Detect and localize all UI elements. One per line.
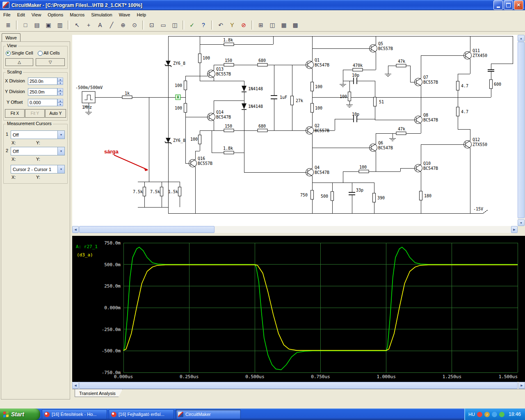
split-view-button[interactable]: ◫ [169, 20, 180, 30]
new-button[interactable]: □ [20, 20, 31, 30]
hscroll-thumb[interactable] [79, 226, 215, 233]
cursor1-label: 1 [6, 132, 8, 137]
probe-button[interactable]: Y [227, 20, 237, 30]
title-bar[interactable]: CircuitMaker - [C:\Program Files\...\HTB… [0, 0, 525, 10]
wave-dual-button[interactable]: ◫ [267, 20, 278, 30]
volume-icon[interactable]: ♪ [484, 412, 490, 417]
close-button[interactable]: ✕ [514, 0, 523, 10]
hscroll-thumb[interactable] [79, 382, 518, 389]
component-label: Q8 [423, 113, 428, 117]
new-icon: □ [24, 22, 27, 28]
scroll-up-arrow-icon[interactable]: ▲ [518, 35, 525, 41]
vscroll-thumb[interactable] [518, 42, 525, 218]
schematic-canvas[interactable]: 1.8k100150680Q5BC557BQ1BC547BQ11ZTX450ZY… [72, 35, 518, 226]
spin-up-icon[interactable]: ▲ [57, 88, 63, 92]
cursor2-select[interactable]: Off ▼ [11, 147, 65, 155]
menu-view[interactable]: View [28, 11, 45, 18]
scaling-group-label: Scaling [6, 69, 23, 74]
all-cells-radio[interactable] [38, 51, 43, 56]
run-check-button[interactable]: ✓ [187, 20, 197, 30]
sheet-button[interactable]: ▭ [158, 20, 169, 30]
wave-quad-button[interactable]: ▦ [278, 20, 289, 30]
component-label: 4.7 [461, 84, 468, 88]
menu-edit[interactable]: Edit [14, 11, 28, 18]
schematic-vscrollbar[interactable]: ▲ ▼ [518, 35, 525, 226]
reset-button[interactable]: ↶ [215, 20, 226, 30]
component-label: 1N4148 [248, 104, 263, 109]
wire-button[interactable]: + [83, 20, 94, 30]
single-cell-radio[interactable] [6, 51, 11, 56]
cursor-button[interactable]: ↖ [72, 20, 82, 30]
scroll-right-arrow-icon[interactable]: ▶ [511, 226, 518, 233]
fit-x-button[interactable]: Fit X [5, 109, 25, 118]
scroll-right-arrow-icon[interactable]: ▶ [518, 382, 525, 389]
zoom-in-button[interactable]: ⊕ [118, 20, 128, 30]
menu-options[interactable]: Options [44, 11, 66, 18]
component-label: 1N4148 [248, 87, 263, 91]
scroll-down-button[interactable]: ▽ [36, 58, 65, 66]
y-division-input[interactable] [28, 88, 57, 96]
cursor-diff-select[interactable]: Cursor 2 - Cursor 1 ▼ [11, 165, 65, 173]
taskbar-item-headphone-amp[interactable]: [16] Fejhallgató erősí... [109, 409, 174, 419]
delete-button[interactable]: ╱ [106, 20, 117, 30]
auto-y-button[interactable]: Auto Y [45, 109, 66, 118]
menu-macros[interactable]: Macros [66, 11, 88, 18]
waveform-canvas[interactable]: A: r27_1 (d3_a) 0.000us0.250us0.500us0.7… [72, 236, 525, 382]
menu-simulation[interactable]: Simulation [88, 11, 115, 18]
minimize-button[interactable] [493, 0, 503, 10]
zoom-window-button[interactable]: ⊡ [146, 20, 157, 30]
maximize-icon [506, 3, 511, 7]
spin-down-icon[interactable]: ▼ [57, 81, 63, 85]
component-label: BC547B [423, 118, 438, 122]
component-label: Q11 [472, 48, 480, 53]
stop-button[interactable]: ⊘ [238, 20, 249, 30]
waveform-hscrollbar[interactable]: ◀ ▶ [72, 382, 525, 389]
spin-down-icon[interactable]: ▼ [57, 103, 63, 106]
menu-bar: File Edit View Options Macros Simulation… [0, 10, 525, 19]
help-button[interactable]: ? [198, 20, 209, 30]
chevron-down-icon[interactable]: ▼ [57, 131, 64, 139]
menu-file[interactable]: File [0, 11, 14, 18]
network-icon[interactable] [492, 412, 497, 417]
component-label: 750 [300, 193, 308, 197]
taskbar-item-notifications[interactable]: [16] Értesítések - Ho... [42, 409, 107, 419]
fit-y-button[interactable]: Fit Y [25, 109, 45, 118]
security-icon[interactable] [477, 412, 482, 417]
clock: 18:46 [509, 411, 521, 417]
component-label: ZY6_8 [173, 138, 185, 143]
language-indicator[interactable]: HU [468, 412, 475, 417]
chevron-down-icon[interactable]: ▼ [57, 165, 64, 173]
chevron-down-icon[interactable]: ▼ [57, 147, 64, 155]
tab-wave[interactable]: Wave [2, 33, 21, 42]
y-division-spinner[interactable]: ▲▼ [57, 88, 63, 96]
print-button[interactable]: ▥ [55, 20, 65, 30]
scroll-left-arrow-icon[interactable]: ◀ [72, 382, 79, 389]
scroll-down-arrow-icon[interactable]: ▼ [518, 219, 525, 226]
cursor1-select[interactable]: Off ▼ [11, 130, 65, 139]
start-button[interactable]: Start [0, 409, 40, 420]
wave-grid-button[interactable]: ▩ [290, 20, 301, 30]
schematic-hscrollbar[interactable]: ◀ ▶ [72, 226, 518, 233]
scroll-up-button[interactable]: △ [5, 58, 33, 66]
wave-single-button[interactable]: ⊞ [256, 20, 266, 30]
menu-help[interactable]: Help [133, 11, 149, 18]
component-label: BC547B [315, 63, 329, 67]
maximize-button[interactable] [504, 0, 513, 10]
messenger-icon[interactable] [499, 412, 504, 417]
tab-transient-analysis[interactable]: Transient Analysis [75, 389, 123, 397]
y-offset-input[interactable] [28, 99, 57, 106]
spin-up-icon[interactable]: ▲ [57, 99, 63, 103]
y-offset-spinner[interactable]: ▲▼ [57, 99, 63, 106]
taskbar-item-circuitmaker[interactable]: CircuitMaker [176, 409, 241, 419]
x-division-input[interactable] [28, 78, 57, 85]
spin-up-icon[interactable]: ▲ [57, 78, 63, 81]
zoom-button[interactable]: ⊙ [129, 20, 140, 30]
scroll-left-arrow-icon[interactable]: ◀ [72, 226, 79, 233]
spin-down-icon[interactable]: ▼ [57, 92, 63, 96]
text-button[interactable]: A [95, 20, 105, 30]
save-button[interactable]: ▣ [43, 20, 54, 30]
menu-wave[interactable]: Wave [116, 11, 134, 18]
x-division-spinner[interactable]: ▲▼ [57, 78, 63, 85]
open-button[interactable]: ▤ [32, 20, 42, 30]
browse-button[interactable]: ≣ [3, 20, 14, 30]
